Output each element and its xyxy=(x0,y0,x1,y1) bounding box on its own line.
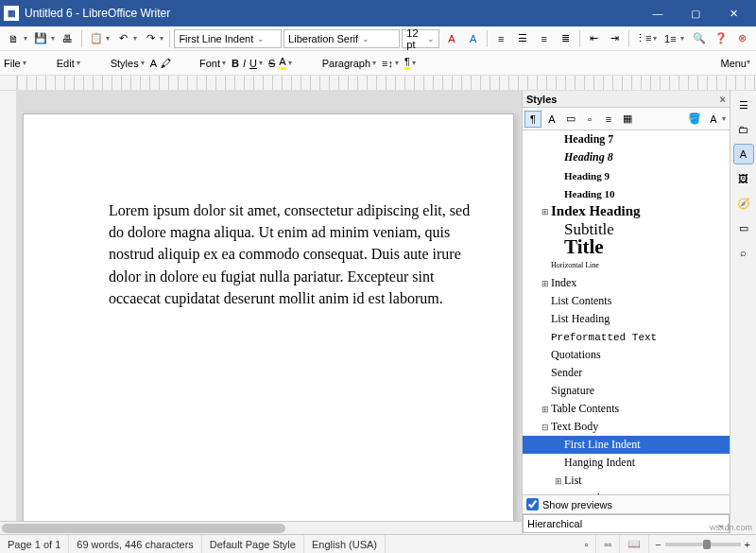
menu-styles[interactable]: Styles xyxy=(111,58,139,69)
highlight-icon[interactable]: 🖍 xyxy=(161,58,171,69)
dropdown-icon[interactable]: ▾ xyxy=(106,34,110,43)
navigator-icon[interactable]: 🧭 xyxy=(733,193,754,214)
paragraph-style-combo[interactable]: First Line Indent xyxy=(174,29,282,48)
align-right-icon[interactable]: ≡ xyxy=(534,28,554,49)
dropdown-icon[interactable]: ▾ xyxy=(160,34,163,43)
style-item[interactable]: ⊟Text Body xyxy=(523,418,730,436)
style-item[interactable]: ⊞Index Heading xyxy=(523,202,730,220)
view-multi-icon[interactable]: ▫▫ xyxy=(596,535,620,553)
style-item[interactable]: ·Heading 10 xyxy=(523,184,730,202)
align-center-icon[interactable]: ☰ xyxy=(513,28,533,49)
status-page[interactable]: Page 1 of 1 xyxy=(0,535,69,553)
maximize-button[interactable]: ▢ xyxy=(677,0,714,26)
expand-icon[interactable]: ⊞ xyxy=(540,405,551,414)
zoom-control[interactable]: − + xyxy=(649,539,756,550)
new-style-icon[interactable]: A xyxy=(705,111,722,128)
styles-list[interactable]: ·Heading 7·Heading 8·Heading 9·Heading 1… xyxy=(523,130,730,494)
list-styles-icon[interactable]: ≡ xyxy=(600,111,617,128)
character-styles-icon[interactable]: A xyxy=(543,111,560,128)
dropdown-icon[interactable]: ▾ xyxy=(222,59,226,67)
decrease-font-icon[interactable]: A xyxy=(463,28,483,49)
menu-font[interactable]: Font xyxy=(199,58,220,69)
line-spacing-icon[interactable]: ≡↕ xyxy=(382,58,393,69)
styles-deck-icon[interactable]: A xyxy=(733,144,754,164)
number-list-icon[interactable]: 1≡ xyxy=(661,28,680,49)
dropdown-icon[interactable]: ▾ xyxy=(680,34,684,43)
bold-icon[interactable]: B xyxy=(232,58,239,69)
style-item[interactable]: ·Hanging Indent xyxy=(523,454,730,472)
menu-edit[interactable]: Edit xyxy=(57,58,75,69)
horizontal-scrollbar[interactable] xyxy=(0,521,522,534)
style-item[interactable]: ⊞List xyxy=(523,472,730,490)
close-doc-icon[interactable]: ⊗ xyxy=(732,28,752,49)
dropdown-icon[interactable]: ▾ xyxy=(412,59,416,67)
menu-paragraph[interactable]: Paragraph xyxy=(322,58,370,69)
properties-icon[interactable]: 🗀 xyxy=(733,119,754,140)
page[interactable]: Lorem ipsum dolor sit amet, consectetur … xyxy=(23,113,514,534)
outdent-icon[interactable]: ⇤ xyxy=(584,28,604,49)
strike-icon[interactable]: S xyxy=(268,58,275,69)
page-styles-icon[interactable]: ▫ xyxy=(581,111,598,128)
redo-icon[interactable]: ↷ xyxy=(141,28,161,49)
vertical-ruler[interactable] xyxy=(0,91,17,534)
close-panel-icon[interactable]: × xyxy=(720,94,726,105)
italic-icon[interactable]: I xyxy=(243,58,246,69)
dropdown-icon[interactable]: ▾ xyxy=(722,114,726,123)
style-item[interactable]: ·List Heading xyxy=(523,310,730,328)
increase-font-icon[interactable]: A xyxy=(441,28,461,49)
undo-icon[interactable]: ↶ xyxy=(113,28,133,49)
sidebar-settings-icon[interactable]: ☰ xyxy=(733,95,754,115)
zoom-out-icon[interactable]: − xyxy=(655,539,661,550)
align-left-icon[interactable]: ≡ xyxy=(491,28,511,49)
dropdown-icon[interactable]: ▾ xyxy=(747,58,750,69)
style-item[interactable]: ·Sender xyxy=(523,364,730,382)
highlight-color-icon[interactable]: A xyxy=(279,56,285,70)
gallery-icon[interactable]: 🖼 xyxy=(733,168,754,189)
style-item[interactable]: ·Preformatted Text xyxy=(523,328,730,346)
dropdown-icon[interactable]: ▾ xyxy=(23,59,26,67)
filter-combo[interactable]: Hierarchical xyxy=(523,514,730,533)
style-item[interactable]: ·First Line Indent xyxy=(523,436,730,454)
minimize-button[interactable]: — xyxy=(639,0,677,26)
dropdown-icon[interactable]: ▾ xyxy=(141,59,145,67)
dropdown-icon[interactable]: ▾ xyxy=(395,59,399,67)
save-icon[interactable]: 💾 xyxy=(31,28,51,49)
zoom-knob[interactable] xyxy=(703,540,711,549)
dropdown-icon[interactable]: ▾ xyxy=(288,59,292,67)
dropdown-icon[interactable]: ▾ xyxy=(259,59,263,67)
zoom-slider[interactable] xyxy=(665,543,741,546)
body-text[interactable]: Lorem ipsum dolor sit amet, consectetur … xyxy=(109,199,483,309)
fill-format-icon[interactable]: 🪣 xyxy=(686,111,703,128)
horizontal-ruler[interactable] xyxy=(0,76,756,91)
expand-icon[interactable]: ⊞ xyxy=(540,207,551,216)
expand-icon[interactable]: ⊟ xyxy=(540,423,551,432)
style-item[interactable]: ·Quotations xyxy=(523,346,730,364)
style-item[interactable]: ⊞Index xyxy=(523,274,730,292)
zoom-in-icon[interactable]: + xyxy=(745,539,750,550)
style-item[interactable]: ·Heading 8 xyxy=(523,148,730,166)
dropdown-icon[interactable]: ▾ xyxy=(372,59,376,67)
table-styles-icon[interactable]: ▦ xyxy=(619,111,636,128)
frame-styles-icon[interactable]: ▭ xyxy=(562,111,579,128)
align-justify-icon[interactable]: ≣ xyxy=(556,28,576,49)
font-name-combo[interactable]: Liberation Serif xyxy=(284,29,400,48)
scroll-thumb[interactable] xyxy=(2,524,285,533)
show-previews-checkbox[interactable] xyxy=(526,498,539,510)
para-bg-icon[interactable]: ¶ xyxy=(404,56,410,70)
dropdown-icon[interactable]: ▾ xyxy=(24,34,27,43)
menu-main[interactable]: Menu xyxy=(720,58,747,69)
expand-icon[interactable]: ⊞ xyxy=(540,279,551,288)
style-item[interactable]: ⊞Table Contents xyxy=(523,400,730,418)
new-doc-icon[interactable]: 🗎 xyxy=(4,28,24,49)
paragraph-styles-icon[interactable]: ¶ xyxy=(524,111,541,128)
font-size-combo[interactable]: 12 pt xyxy=(402,29,439,48)
view-book-icon[interactable]: 📖 xyxy=(620,535,649,553)
style-item[interactable]: ·Signature xyxy=(523,382,730,400)
page-deck-icon[interactable]: ▭ xyxy=(733,217,754,238)
style-item[interactable]: ·List Contents xyxy=(523,292,730,310)
style-item[interactable]: ·Heading 7 xyxy=(523,130,730,148)
underline-icon[interactable]: U xyxy=(249,58,257,69)
find-icon[interactable]: 🔍 xyxy=(690,28,710,49)
paste-icon[interactable]: 📋 xyxy=(86,28,106,49)
dropdown-icon[interactable]: ▾ xyxy=(653,34,657,43)
